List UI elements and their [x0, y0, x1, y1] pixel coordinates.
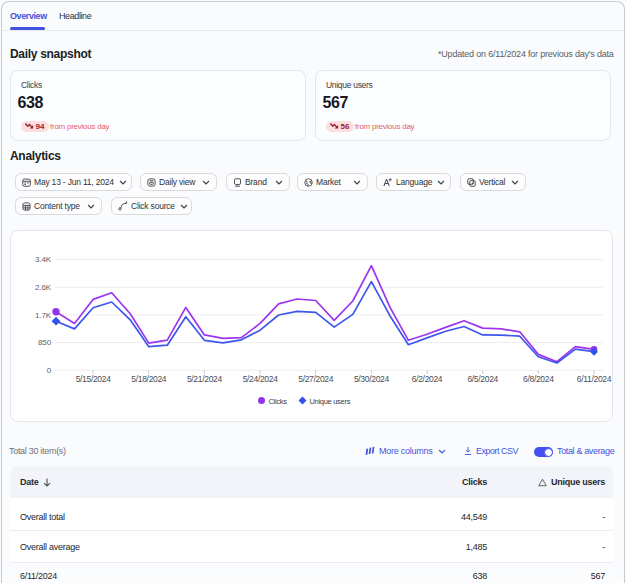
svg-text:3.4K: 3.4K — [35, 255, 52, 264]
svg-text:6/11/2024: 6/11/2024 — [577, 374, 612, 384]
svg-text:2.6K: 2.6K — [35, 283, 52, 292]
svg-text:1.7K: 1.7K — [35, 311, 52, 320]
svg-text:5/24/2024: 5/24/2024 — [243, 374, 279, 384]
svg-text:5/27/2024: 5/27/2024 — [298, 374, 334, 384]
svg-text:Clicks: Clicks — [269, 397, 288, 406]
svg-text:0: 0 — [47, 366, 52, 375]
svg-text:5/30/2024: 5/30/2024 — [354, 374, 390, 384]
svg-text:5/21/2024: 5/21/2024 — [187, 374, 223, 384]
svg-text:850: 850 — [38, 338, 52, 347]
svg-text:5/15/2024: 5/15/2024 — [76, 374, 112, 384]
svg-text:6/2/2024: 6/2/2024 — [412, 374, 443, 384]
svg-text:Unique users: Unique users — [310, 397, 351, 406]
svg-text:5/18/2024: 5/18/2024 — [131, 374, 167, 384]
svg-text:6/5/2024: 6/5/2024 — [467, 374, 498, 384]
svg-text:6/8/2024: 6/8/2024 — [523, 374, 554, 384]
